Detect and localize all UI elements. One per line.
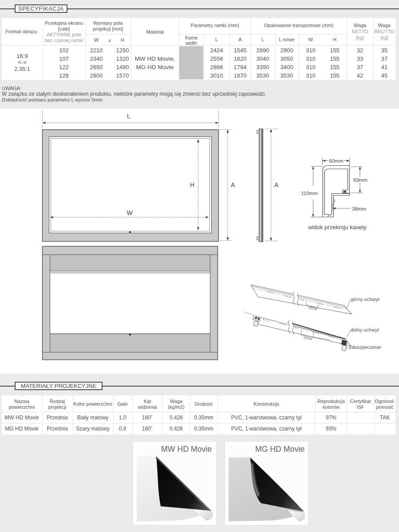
svg-text:60mm: 60mm	[353, 177, 367, 183]
svg-text:MG HD Movie: MG HD Movie	[255, 445, 304, 454]
svg-text:MW HD Movie: MW HD Movie	[161, 445, 212, 454]
svg-text:A: A	[274, 181, 279, 188]
svg-text:H: H	[190, 181, 194, 188]
svg-text:L: L	[127, 113, 130, 120]
svg-text:zabezpieczenie: zabezpieczenie	[349, 344, 381, 350]
svg-text:110mm: 110mm	[301, 191, 318, 196]
svg-text:W: W	[126, 209, 133, 216]
svg-text:38mm: 38mm	[352, 206, 366, 211]
svg-text:dolny uchwyt: dolny uchwyt	[351, 327, 379, 332]
svg-text:widok przekroju kasety: widok przekroju kasety	[308, 224, 367, 231]
svg-text:A: A	[231, 181, 235, 188]
svg-text:60mm: 60mm	[329, 158, 344, 164]
svg-text:górny uchwyt: górny uchwyt	[351, 297, 379, 302]
